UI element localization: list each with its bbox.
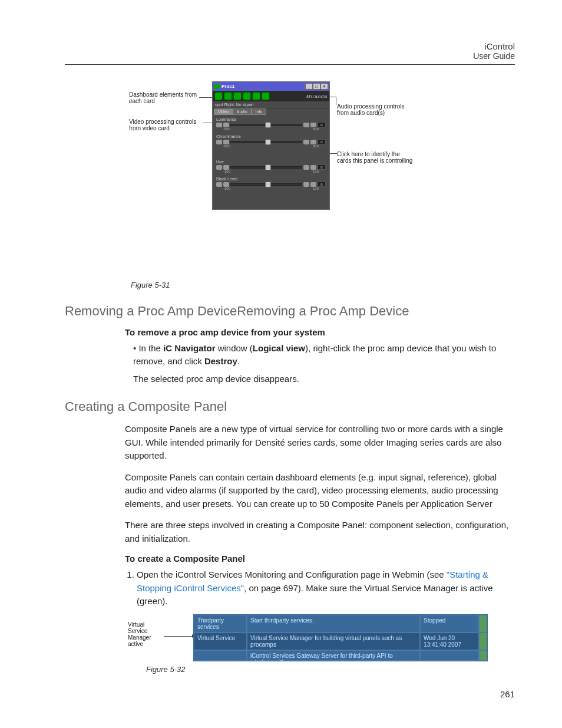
callout-video: Video processing controls from video car… <box>129 118 203 131</box>
procedure-heading: To remove a proc amp device from your sy… <box>125 327 515 337</box>
arrow-icon <box>203 123 212 123</box>
step-down-fast-icon[interactable] <box>223 182 229 187</box>
status-led[interactable] <box>224 92 232 100</box>
figure-5-32: Virtual Service Manager active Thirdpart… <box>65 614 515 661</box>
close-icon[interactable]: × <box>320 83 328 90</box>
arrow-icon <box>164 636 192 637</box>
value-box[interactable]: 0 <box>318 164 326 170</box>
slider-label: Hue <box>216 160 326 164</box>
range-min: -800 <box>223 144 230 148</box>
doc-title: iControl <box>65 41 515 51</box>
status-led[interactable] <box>252 92 260 100</box>
status-led[interactable] <box>214 92 223 100</box>
slider-track[interactable] <box>230 141 302 143</box>
arrow-icon <box>199 97 212 98</box>
slider-thumb[interactable] <box>265 139 271 145</box>
value-box[interactable]: 0 <box>318 182 326 187</box>
status-indicator <box>479 615 487 633</box>
range-max: 100 <box>313 170 319 173</box>
list-item: Open the iControl Services Monitoring an… <box>137 568 515 608</box>
slider-track[interactable] <box>230 124 302 126</box>
range-min: -100 <box>223 170 230 173</box>
range-max: 800 <box>313 144 319 148</box>
step-down-icon[interactable] <box>216 182 222 187</box>
step-up-icon[interactable] <box>303 182 309 187</box>
step-down-icon[interactable] <box>216 140 222 144</box>
figure-5-31: Dashboard elements from each card Video … <box>65 81 515 276</box>
cell-status: Stopped <box>420 615 479 633</box>
result-text: The selected proc amp device disappears. <box>133 373 515 386</box>
step-down-fast-icon[interactable] <box>223 123 229 127</box>
callout-identify: Click here to identify the cards this pa… <box>337 151 414 164</box>
slider-chrominance: Chrominance 0 -800800 <box>213 132 329 149</box>
doc-subtitle: User Guide <box>65 51 515 61</box>
minimize-icon[interactable]: _ <box>305 83 313 90</box>
dashboard-row: Miranda <box>213 91 329 101</box>
slider-track[interactable] <box>230 166 302 169</box>
maximize-icon[interactable]: □ <box>313 83 320 90</box>
step-up-fast-icon[interactable] <box>310 140 316 144</box>
slider-label: Black Level <box>216 177 326 181</box>
proc1-window: Proc1 _ □ × Miranda nput Right: No signa… <box>212 81 330 210</box>
range-min: -100 <box>223 187 230 190</box>
cell-desc: Virtual Service Manager for building vir… <box>247 633 420 650</box>
services-table: Thirdparty services Start thirdparty ser… <box>193 614 488 661</box>
cell-status: Wed Jun 2013:41:40 2007 <box>420 633 479 650</box>
step-down-icon[interactable] <box>216 165 222 170</box>
tab-info[interactable]: Info <box>252 108 267 115</box>
list-item: In the iC Navigator window (Logical view… <box>133 342 515 368</box>
step-down-fast-icon[interactable] <box>223 165 229 170</box>
tab-audio[interactable]: Audio <box>233 108 252 115</box>
paragraph: There are three steps involved in creati… <box>125 519 515 545</box>
step-up-icon[interactable] <box>303 123 309 127</box>
status-led[interactable] <box>243 92 251 100</box>
range-max: 800 <box>313 127 319 131</box>
step-up-icon[interactable] <box>303 140 309 144</box>
value-box[interactable]: 0 <box>318 139 326 144</box>
header-rule <box>65 64 515 65</box>
slider-luminance: Luminance 0 -800800 <box>213 115 329 132</box>
callout-dashboard: Dashboard elements from each card <box>129 91 200 104</box>
slider-track[interactable] <box>230 183 302 186</box>
slider-label: Chrominance <box>216 134 326 139</box>
table-row: iControl Services Gateway Server for thi… <box>194 650 487 661</box>
cell-desc: Start thirdparty services. <box>247 615 420 633</box>
cell-service[interactable] <box>194 650 247 661</box>
step-up-icon[interactable] <box>303 165 309 170</box>
step-up-fast-icon[interactable] <box>310 165 316 170</box>
range-max: 100 <box>313 187 319 190</box>
figure-caption-5-31: Figure 5-31 <box>131 281 515 289</box>
status-led[interactable] <box>262 92 270 100</box>
cell-service[interactable]: Virtual Service <box>194 633 247 650</box>
leader-line <box>336 97 336 105</box>
page-number: 261 <box>65 689 515 699</box>
cell-desc: iControl Services Gateway Server for thi… <box>247 650 420 661</box>
slider-thumb[interactable] <box>265 164 271 170</box>
window-titlebar: Proc1 _ □ × <box>213 82 329 91</box>
window-title: Proc1 <box>222 84 234 89</box>
heading-creating: Creating a Composite Panel <box>65 399 515 414</box>
figure-caption-5-32: Figure 5-32 <box>146 665 515 674</box>
leader-line <box>330 153 337 154</box>
tab-video[interactable]: Video <box>214 108 233 115</box>
window-app-icon <box>214 84 220 89</box>
callout-audio: Audio processing controls from audio car… <box>337 103 414 116</box>
callout-vsm-active: Virtual Service Manager active <box>128 621 163 647</box>
signal-status: nput Right: No signal <box>213 101 329 108</box>
paragraph: Composite Panels are a new type of virtu… <box>125 423 515 463</box>
step-up-fast-icon[interactable] <box>310 123 316 127</box>
step-down-fast-icon[interactable] <box>223 140 229 144</box>
status-indicator <box>479 650 487 661</box>
step-up-fast-icon[interactable] <box>310 182 316 187</box>
slider-thumb[interactable] <box>265 122 271 128</box>
step-down-icon[interactable] <box>216 123 222 127</box>
procedure-heading: To create a Composite Panel <box>125 554 515 564</box>
brand-label: Miranda <box>306 94 328 99</box>
status-led[interactable] <box>233 92 242 100</box>
table-row: Thirdparty services Start thirdparty ser… <box>194 615 487 633</box>
slider-hue: Hue 0 -100100 <box>213 157 329 174</box>
cell-service[interactable]: Thirdparty services <box>194 615 247 633</box>
value-box[interactable]: 0 <box>318 122 326 127</box>
slider-thumb[interactable] <box>265 182 271 187</box>
status-indicator <box>479 633 487 650</box>
